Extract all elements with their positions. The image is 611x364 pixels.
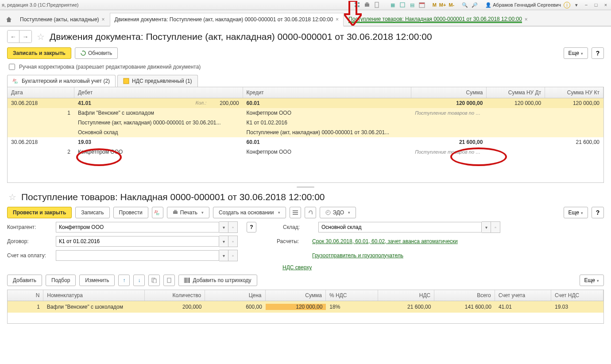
- star-icon[interactable]: ☆: [35, 31, 46, 42]
- post-close-button[interactable]: Провести и закрыть: [7, 207, 72, 218]
- table-icon[interactable]: ▤: [409, 1, 416, 8]
- shipper-link[interactable]: Грузоотправитель и грузополучатель: [312, 252, 403, 259]
- subtab-vat[interactable]: НДС предъявленный (1): [117, 75, 197, 87]
- close-icon[interactable]: ×: [525, 16, 528, 23]
- move-up-button[interactable]: ↑: [118, 275, 130, 286]
- zoom-out-icon[interactable]: 🔎: [471, 1, 478, 8]
- col-sum[interactable]: Сумма: [411, 87, 487, 98]
- col-credit[interactable]: Кредит: [243, 87, 412, 98]
- table-row[interactable]: 30.06.2018 19.03 60.01 21 600,00 21 600,…: [8, 137, 603, 157]
- col-vat-account[interactable]: Счет НДС: [551, 290, 603, 301]
- col-debit[interactable]: Дебет: [74, 87, 243, 98]
- paste-button[interactable]: [163, 275, 175, 286]
- table-row[interactable]: 30.06.2018 41.01 Кол.:200,000 60.01 120 …: [8, 98, 603, 137]
- annotation-arrow: [344, 1, 362, 26]
- svg-rect-18: [293, 212, 298, 213]
- more-button[interactable]: Еще: [564, 47, 588, 59]
- minimize-icon[interactable]: −: [583, 1, 590, 8]
- close-icon[interactable]: ×: [102, 16, 105, 23]
- home-button[interactable]: [3, 13, 15, 26]
- dtkt-button[interactable]: ДтКт: [152, 207, 163, 218]
- edo-button[interactable]: ЭДО: [320, 207, 356, 218]
- col-sum[interactable]: Сумма: [266, 290, 326, 301]
- svg-rect-26: [187, 278, 188, 283]
- title-bar: я, редакция 3.0 (1С:Предприятие) ▦ ▤ M M…: [0, 0, 611, 10]
- label-settlements: Расчеты:: [277, 238, 303, 244]
- nav-forward-button[interactable]: →: [19, 31, 31, 43]
- doc-icon[interactable]: [373, 1, 380, 8]
- close-window-icon[interactable]: ×: [602, 1, 609, 8]
- post-button[interactable]: Провести: [113, 207, 148, 218]
- more-button-2[interactable]: Еще: [564, 207, 588, 218]
- accounting-table: Дата Дебет Кредит Сумма Сумма НУ Дт Сумм…: [7, 87, 604, 183]
- tab-goods-receipt[interactable]: Поступление товаров: Накладная 0000-0000…: [344, 13, 533, 26]
- list-button[interactable]: [290, 207, 301, 218]
- save-close-button[interactable]: Записать и закрыть: [7, 47, 71, 59]
- nav-back-button[interactable]: ←: [8, 31, 19, 43]
- col-nomenclature[interactable]: Номенклатура: [43, 290, 144, 301]
- goods-row[interactable]: 1 Вафли "Венские" с шоколадом 200,000 60…: [8, 301, 603, 313]
- open-button[interactable]: ▫: [491, 221, 500, 233]
- m-button[interactable]: M: [433, 2, 437, 8]
- counterparty-input[interactable]: [56, 222, 219, 232]
- col-nu-kt[interactable]: Сумма НУ Кт: [545, 87, 603, 98]
- svg-rect-16: [174, 210, 177, 211]
- zoom-in-icon[interactable]: 🔍: [461, 1, 468, 8]
- col-nds-rate[interactable]: % НДС: [326, 290, 378, 301]
- dropdown-button[interactable]: ▾: [219, 250, 228, 261]
- col-nds-value[interactable]: НДС: [378, 290, 434, 301]
- star-icon[interactable]: ☆: [7, 192, 18, 202]
- open-button[interactable]: ▫: [228, 250, 238, 261]
- print-button[interactable]: Печать: [167, 207, 209, 218]
- tab-movements[interactable]: Движения документа: Поступление (акт, на…: [110, 13, 344, 27]
- dropdown-button[interactable]: ▾: [482, 221, 491, 233]
- col-total[interactable]: Всего: [434, 290, 495, 301]
- add-barcode-button[interactable]: Добавить по штрихкоду: [178, 275, 257, 286]
- more-button-3[interactable]: Еще: [580, 275, 604, 286]
- close-icon[interactable]: ×: [336, 16, 339, 23]
- vat-mode-link[interactable]: НДС сверху: [282, 264, 312, 271]
- add-button[interactable]: Добавить: [7, 275, 42, 286]
- open-button[interactable]: ▫: [228, 236, 238, 247]
- m-plus-button[interactable]: M+: [439, 2, 446, 8]
- open-button[interactable]: ▫: [228, 221, 238, 233]
- calc-icon[interactable]: ▦: [389, 1, 396, 8]
- dropdown-button[interactable]: ▾: [219, 236, 228, 247]
- col-qty[interactable]: Количество: [145, 290, 205, 301]
- svg-rect-5: [366, 2, 368, 4]
- barcode-icon: [184, 278, 190, 283]
- form-icon[interactable]: [399, 1, 406, 8]
- contract-input[interactable]: [56, 236, 219, 247]
- col-nu-dt[interactable]: Сумма НУ Дт: [487, 87, 545, 98]
- warehouse-input[interactable]: [318, 222, 482, 232]
- col-n[interactable]: N: [8, 290, 43, 301]
- tab-receipts[interactable]: Поступление (акты, накладные) ×: [15, 13, 110, 26]
- dropdown-icon[interactable]: ▾: [573, 1, 580, 8]
- refresh-label: Обновить: [88, 50, 112, 56]
- dropdown-button[interactable]: ▾: [219, 221, 228, 233]
- help-button[interactable]: ?: [592, 47, 604, 59]
- move-down-button[interactable]: ↓: [133, 275, 145, 286]
- calendar-icon[interactable]: [418, 1, 425, 8]
- copy-button[interactable]: [148, 275, 160, 286]
- attach-button[interactable]: [305, 207, 316, 218]
- refresh-button[interactable]: Обновить: [75, 47, 118, 59]
- invoice-input[interactable]: [56, 250, 219, 261]
- edit-button[interactable]: Изменить: [79, 275, 115, 286]
- save-button[interactable]: Записать: [75, 207, 109, 218]
- create-basis-button[interactable]: Создать на основании: [213, 207, 286, 218]
- col-date[interactable]: Дата: [8, 87, 74, 98]
- maximize-icon[interactable]: □: [592, 1, 599, 8]
- field-help-button[interactable]: ?: [247, 222, 256, 232]
- help-button-2[interactable]: ?: [592, 207, 604, 218]
- print-icon[interactable]: [364, 1, 371, 8]
- manual-correction-checkbox[interactable]: [9, 64, 15, 70]
- m-minus-button[interactable]: M-: [449, 2, 454, 8]
- info-icon[interactable]: i: [564, 2, 570, 8]
- settlements-link[interactable]: Срок 30.06.2018, 60.01, 60.02, зачет ава…: [312, 238, 458, 245]
- pick-button[interactable]: Подбор: [46, 275, 76, 286]
- col-price[interactable]: Цена: [205, 290, 265, 301]
- subtab-accounting[interactable]: ДтКт Бухгалтерский и налоговый учет (2): [7, 75, 116, 87]
- col-account[interactable]: Счет учета: [495, 290, 551, 301]
- user-menu[interactable]: 👤 Абрамов Геннадий Сергеевич: [485, 2, 561, 8]
